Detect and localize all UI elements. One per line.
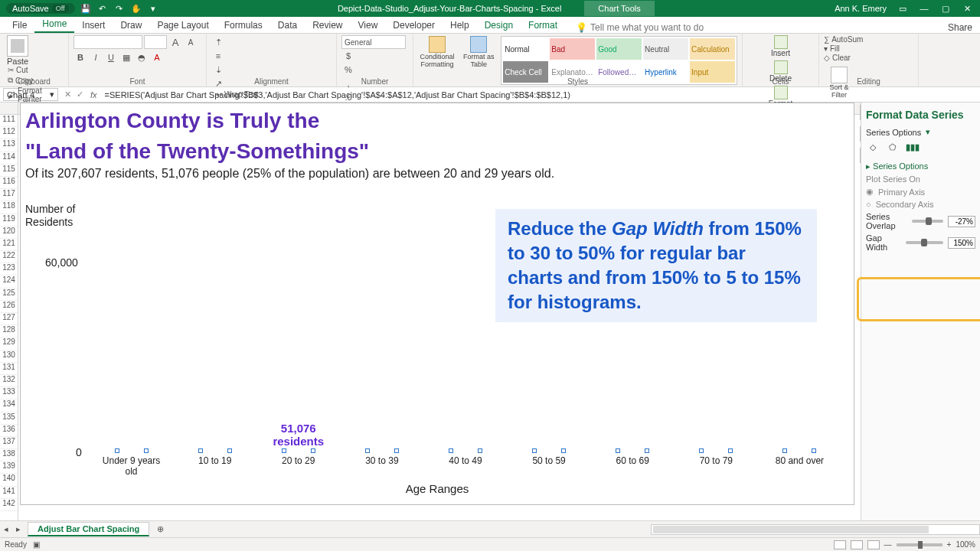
enter-formula-icon[interactable]: ✓ (74, 90, 86, 99)
zoom-slider[interactable] (897, 543, 942, 546)
sheet-nav-prev[interactable]: ◂ (0, 524, 12, 534)
underline-button[interactable]: U (104, 51, 118, 64)
cut-button[interactable]: ✂ Cut (8, 66, 64, 74)
qat-more-icon[interactable]: ▾ (147, 2, 159, 15)
sheet-tab-active[interactable]: Adjust Bar Chart Spacing (28, 522, 149, 536)
row-header[interactable]: 129 (0, 337, 18, 350)
tab-format[interactable]: Format (521, 18, 565, 33)
grow-font-button[interactable]: A (168, 35, 182, 49)
tab-page-layout[interactable]: Page Layout (149, 18, 216, 33)
cell-style-item[interactable]: Bad (550, 38, 595, 60)
gap-width-slider[interactable] (906, 241, 943, 244)
macro-record-icon[interactable]: ▣ (33, 540, 40, 549)
align-top-button[interactable]: ⇡ (211, 35, 225, 49)
x-category-label[interactable]: 60 to 69 (600, 455, 665, 466)
selection-handle[interactable] (282, 448, 286, 453)
tab-design[interactable]: Design (477, 18, 521, 33)
tab-view[interactable]: View (351, 18, 386, 33)
selection-handle[interactable] (699, 448, 704, 453)
series-options-dropdown[interactable]: Series Options ▾ (866, 127, 975, 137)
cell-style-item[interactable]: Calculation (690, 38, 735, 60)
cell-style-item[interactable]: Normal (503, 38, 548, 60)
borders-button[interactable]: ▦ (119, 51, 133, 64)
normal-view-button[interactable] (834, 540, 846, 549)
row-header[interactable]: 121 (0, 239, 18, 251)
maximize-icon[interactable]: ▢ (940, 4, 951, 14)
row-header[interactable]: 132 (0, 375, 18, 387)
zoom-level[interactable]: 100% (956, 540, 975, 549)
y-axis-title[interactable]: Number ofResidents (25, 203, 75, 229)
selection-handle[interactable] (532, 448, 537, 453)
worksheet-area[interactable]: A B C D E F G H I 1111121131141151161171… (0, 103, 861, 520)
selection-handle[interactable] (394, 448, 399, 453)
selection-handle[interactable] (478, 448, 482, 453)
row-header[interactable]: 113 (0, 139, 18, 152)
row-header[interactable]: 123 (0, 263, 18, 276)
autosum-button[interactable]: ∑ AutoSum (824, 35, 913, 44)
fx-icon[interactable]: fx (86, 90, 102, 99)
row-header[interactable]: 115 (0, 165, 18, 177)
plot-area[interactable]: 60,000 0 Under 9 years old10 to 1951,076… (90, 266, 841, 451)
bar-series[interactable]: Under 9 years old10 to 1951,076residents… (90, 266, 841, 451)
x-axis-title[interactable]: Age Ranges (21, 482, 854, 495)
redo-icon[interactable]: ↷ (113, 2, 126, 15)
row-header[interactable]: 135 (0, 412, 18, 425)
x-category-label[interactable]: Under 9 years old (100, 455, 164, 477)
row-header[interactable]: 126 (0, 301, 18, 313)
autosave-toggle[interactable]: AutoSave Off (6, 3, 75, 14)
save-icon[interactable]: 💾 (80, 2, 92, 15)
selection-handle[interactable] (198, 448, 203, 453)
row-header[interactable]: 118 (0, 201, 18, 214)
chart-subtitle[interactable]: Of its 207,607 residents, 51,076 people … (25, 167, 854, 181)
format-painter-button[interactable]: 🖌 Format Painter (8, 86, 64, 103)
sheet-nav-next[interactable]: ▸ (12, 524, 24, 534)
series-options-tab-icon[interactable]: ▮▮▮ (906, 140, 920, 154)
x-category-label[interactable]: 20 to 29 (266, 455, 331, 466)
x-category-label[interactable]: 40 to 49 (433, 455, 498, 466)
selection-handle[interactable] (144, 448, 149, 453)
selection-handle[interactable] (449, 448, 453, 453)
fill-line-tab-icon[interactable]: ◇ (866, 140, 880, 154)
row-header[interactable]: 134 (0, 399, 18, 412)
bold-button[interactable]: B (74, 51, 87, 64)
row-header[interactable]: 114 (0, 152, 18, 165)
row-header[interactable]: 131 (0, 363, 18, 375)
number-format-combo[interactable]: General (341, 35, 406, 49)
secondary-axis-radio[interactable]: ○ Secondary Axis (866, 200, 975, 209)
selection-handle[interactable] (311, 448, 315, 453)
select-all-corner[interactable] (0, 103, 18, 114)
row-header[interactable]: 117 (0, 189, 18, 201)
tab-insert[interactable]: Insert (74, 18, 113, 33)
row-header[interactable]: 111 (0, 115, 18, 127)
touch-icon[interactable]: ✋ (130, 2, 142, 15)
zoom-in-button[interactable]: + (947, 540, 952, 549)
chart-title-line1[interactable]: Arlington County is Truly the (25, 108, 854, 134)
x-category-label[interactable]: 10 to 19 (183, 455, 247, 466)
zoom-out-button[interactable]: — (884, 540, 892, 549)
row-header[interactable]: 138 (0, 449, 18, 461)
data-label[interactable]: 51,076residents (273, 422, 324, 448)
fill-button[interactable]: ▾ Fill (824, 44, 913, 53)
primary-axis-radio[interactable]: ◉ Primary Axis (866, 187, 975, 197)
section-header[interactable]: ▸ Series Options (866, 161, 975, 171)
row-header[interactable]: 116 (0, 177, 18, 189)
row-header[interactable]: 127 (0, 313, 18, 325)
selection-handle[interactable] (782, 448, 787, 453)
row-header[interactable]: 124 (0, 276, 18, 288)
tab-home[interactable]: Home (34, 16, 74, 33)
accounting-button[interactable]: $ (341, 49, 355, 63)
x-category-label[interactable]: 30 to 39 (350, 455, 414, 466)
chart-object[interactable]: + 🖌 ▽ Arlington County is Truly the "Lan… (20, 103, 854, 505)
row-header[interactable]: 139 (0, 461, 18, 474)
align-middle-button[interactable]: ≡ (211, 49, 225, 63)
tab-formulas[interactable]: Formulas (217, 18, 270, 33)
row-header[interactable]: 125 (0, 289, 18, 301)
cell-style-item[interactable]: Neutral (643, 38, 688, 60)
row-header[interactable]: 133 (0, 387, 18, 399)
series-overlap-input[interactable] (948, 216, 975, 227)
row-header[interactable]: 119 (0, 214, 18, 227)
selection-handle[interactable] (115, 448, 119, 453)
row-header[interactable]: 128 (0, 325, 18, 337)
clear-button[interactable]: ◇ Clear (824, 54, 913, 62)
row-header[interactable]: 142 (0, 499, 18, 511)
